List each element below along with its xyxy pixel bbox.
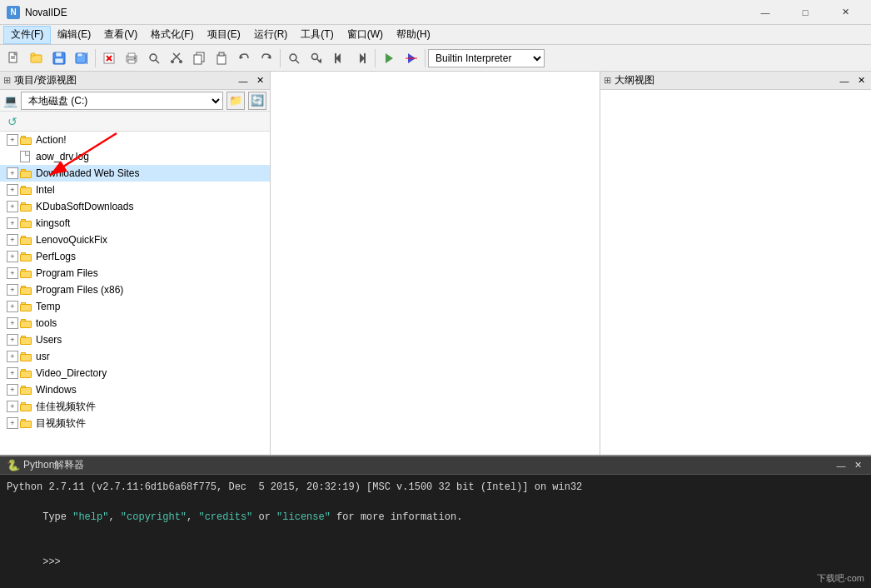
expand-temp[interactable]: + bbox=[7, 301, 18, 312]
expand-more[interactable]: + bbox=[7, 417, 18, 429]
terminal-output[interactable]: Python 2.7.11 (v2.7.11:6d1b6a68f775, Dec… bbox=[0, 475, 871, 588]
menu-file[interactable]: 文件(F) bbox=[3, 26, 51, 44]
tree-item-kduba[interactable]: + KDubaSoftDownloads bbox=[0, 198, 270, 215]
open-button[interactable] bbox=[26, 47, 47, 69]
drive-select[interactable]: 本地磁盘 (C:) D: E: bbox=[21, 92, 223, 110]
tree-item-video[interactable]: + Video_Directory bbox=[0, 365, 270, 381]
tree-item-temp[interactable]: + Temp bbox=[0, 298, 270, 315]
search-button[interactable] bbox=[143, 47, 165, 69]
expand-programfilesx86[interactable]: + bbox=[7, 284, 18, 296]
replace-button[interactable] bbox=[306, 47, 327, 69]
outline-panel-header: ⊞ 大纲视图 — ✕ bbox=[600, 72, 871, 90]
tree-item-kingsoft[interactable]: + kingsoft bbox=[0, 215, 270, 232]
tree-label-programfiles: Program Files bbox=[36, 267, 98, 279]
tree-item-tools[interactable]: + tools bbox=[0, 315, 270, 331]
find-button[interactable] bbox=[283, 47, 305, 69]
outline-close-button[interactable]: ✕ bbox=[854, 74, 868, 87]
save-button[interactable] bbox=[48, 47, 70, 69]
maximize-button[interactable]: □ bbox=[786, 0, 824, 25]
tree-item-perflogs[interactable]: + PerfLogs bbox=[0, 248, 270, 265]
python-icon: 🐍 bbox=[7, 459, 20, 471]
python-panel-title: Python解释器 bbox=[23, 458, 831, 472]
python-interpreter-panel: 🐍 Python解释器 — ✕ Python 2.7.11 (v2.7.11:6… bbox=[0, 455, 871, 588]
paste-button[interactable] bbox=[211, 47, 232, 69]
tree-item-more[interactable]: + 目视频软件 bbox=[0, 415, 270, 431]
menu-run[interactable]: 运行(R) bbox=[247, 26, 295, 44]
tree-label-kduba: KDubaSoftDownloads bbox=[36, 201, 133, 212]
new-file-button[interactable] bbox=[3, 47, 25, 69]
redo-button[interactable] bbox=[256, 47, 277, 69]
refresh-button[interactable]: 🔄 bbox=[248, 92, 266, 110]
menu-format[interactable]: 格式化(F) bbox=[144, 26, 200, 44]
expand-usr[interactable]: + bbox=[7, 351, 18, 362]
tree-item-action[interactable]: + Action! bbox=[0, 132, 270, 148]
svg-rect-28 bbox=[219, 52, 224, 56]
run-button[interactable] bbox=[378, 47, 400, 69]
menu-edit[interactable]: 编辑(E) bbox=[51, 26, 97, 44]
expand-jjvideo[interactable]: + bbox=[7, 401, 18, 412]
tree-item-downloaded[interactable]: + Downloaded Web Sites bbox=[0, 165, 270, 182]
menu-help[interactable]: 帮助(H) bbox=[390, 26, 437, 44]
outline-minimize-button[interactable]: — bbox=[838, 74, 851, 87]
copy-button[interactable] bbox=[188, 47, 210, 69]
title-bar: N NovalIDE — □ ✕ bbox=[0, 0, 871, 25]
next-button[interactable] bbox=[351, 47, 372, 69]
expand-downloaded[interactable]: + bbox=[7, 167, 18, 179]
expand-video[interactable]: + bbox=[7, 367, 18, 379]
save-all-button[interactable] bbox=[71, 47, 92, 69]
svg-line-34 bbox=[317, 59, 319, 61]
menu-view[interactable]: 查看(V) bbox=[97, 26, 144, 44]
print-button[interactable] bbox=[121, 47, 142, 69]
close-doc-button[interactable] bbox=[98, 47, 120, 69]
interpreter-select[interactable]: Builtin Interpreter Python 2.7 Python 3.… bbox=[428, 49, 545, 67]
file-browser-icon: ⊞ bbox=[3, 75, 11, 86]
folder-icon-action bbox=[20, 134, 33, 146]
expand-windows[interactable]: + bbox=[7, 384, 18, 396]
tree-item-programfiles[interactable]: + Program Files bbox=[0, 265, 270, 282]
tree-item-users[interactable]: + Users bbox=[0, 331, 270, 348]
tree-item-intel[interactable]: + Intel bbox=[0, 182, 270, 198]
tree-item-aow[interactable]: aow_drv.log bbox=[0, 148, 270, 165]
file-tree[interactable]: + Action! aow_drv.log + Downlo bbox=[0, 132, 270, 455]
undo-button[interactable] bbox=[233, 47, 255, 69]
expand-kingsoft[interactable]: + bbox=[7, 217, 18, 229]
python-minimize-button[interactable]: — bbox=[834, 459, 848, 472]
expand-intel[interactable]: + bbox=[7, 184, 18, 196]
tree-item-programfilesx86[interactable]: + Program Files (x86) bbox=[0, 282, 270, 298]
debug-button[interactable] bbox=[401, 47, 422, 69]
prev-button[interactable] bbox=[328, 47, 350, 69]
expand-tools[interactable]: + bbox=[7, 317, 18, 329]
tree-item-jjvideo[interactable]: + 佳佳视频软件 bbox=[0, 398, 270, 415]
tree-item-usr[interactable]: + usr bbox=[0, 348, 270, 365]
file-refresh-button[interactable]: ↺ bbox=[3, 113, 22, 130]
expand-programfiles[interactable]: + bbox=[7, 267, 18, 279]
expand-kduba[interactable]: + bbox=[7, 201, 18, 212]
python-close-button[interactable]: ✕ bbox=[851, 459, 864, 472]
expand-lenovo[interactable]: + bbox=[7, 234, 18, 246]
tree-item-lenovo[interactable]: + LenovoQuickFix bbox=[0, 232, 270, 248]
menu-project[interactable]: 项目(E) bbox=[201, 26, 247, 44]
menu-window[interactable]: 窗口(W) bbox=[341, 26, 390, 44]
panel-minimize-button[interactable]: — bbox=[236, 74, 250, 87]
terminal-line-1: Python 2.7.11 (v2.7.11:6d1b6a68f775, Dec… bbox=[7, 480, 864, 495]
svg-rect-7 bbox=[56, 52, 62, 57]
tree-item-windows[interactable]: + Windows bbox=[0, 381, 270, 398]
folder-icon-intel bbox=[20, 184, 33, 196]
tree-label-programfilesx86: Program Files (x86) bbox=[36, 284, 123, 296]
expand-users[interactable]: + bbox=[7, 334, 18, 346]
tree-label-intel: Intel bbox=[36, 184, 55, 196]
menu-tools[interactable]: 工具(T) bbox=[294, 26, 340, 44]
close-button[interactable]: ✕ bbox=[826, 0, 864, 25]
cut-button[interactable] bbox=[166, 47, 187, 69]
tree-label-lenovo: LenovoQuickFix bbox=[36, 234, 107, 246]
svg-rect-8 bbox=[55, 58, 63, 63]
panel-close-button[interactable]: ✕ bbox=[253, 74, 266, 87]
tree-label-users: Users bbox=[36, 334, 62, 346]
expand-action[interactable]: + bbox=[7, 134, 18, 146]
minimize-button[interactable]: — bbox=[746, 0, 784, 25]
expand-perflogs[interactable]: + bbox=[7, 251, 18, 262]
svg-rect-26 bbox=[194, 55, 202, 64]
folder-icon-windows bbox=[20, 384, 33, 396]
app-title: NovalIDE bbox=[25, 7, 746, 18]
browse-button[interactable]: 📁 bbox=[226, 92, 245, 110]
